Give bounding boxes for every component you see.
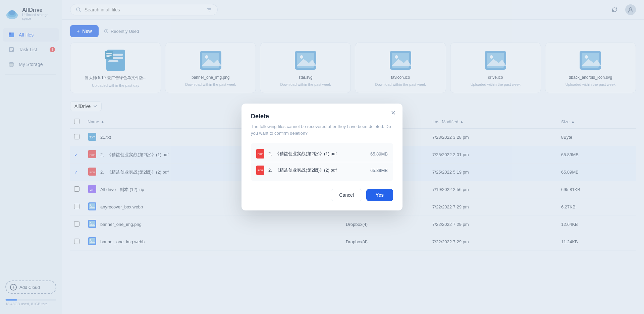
modal-file-list: PDF 2、《精益创业实战(第2版)》(1).pdf 65.89MB PDF 2…: [251, 143, 393, 181]
modal-description: The following files cannot be recovered …: [251, 123, 393, 136]
delete-modal: ✕ Delete The following files cannot be r…: [241, 104, 402, 210]
yes-button[interactable]: Yes: [366, 189, 393, 201]
modal-overlay: ✕ Delete The following files cannot be r…: [0, 0, 644, 314]
modal-title: Delete: [251, 113, 393, 120]
modal-file-item-1: PDF 2、《精益创业实战(第2版)》(2).pdf 65.89MB: [251, 162, 393, 178]
modal-file-size-1: 65.89MB: [370, 168, 388, 173]
cancel-button[interactable]: Cancel: [331, 189, 362, 201]
modal-close-button[interactable]: ✕: [389, 109, 397, 117]
modal-file-name-1: 2、《精益创业实战(第2版)》(2).pdf: [268, 167, 366, 173]
modal-actions: Cancel Yes: [251, 189, 393, 201]
pdf-icon-0: PDF: [256, 149, 264, 159]
modal-file-size-0: 65.89MB: [370, 151, 388, 156]
modal-file-name-0: 2、《精益创业实战(第2版)》(1).pdf: [268, 151, 366, 157]
modal-file-item-0: PDF 2、《精益创业实战(第2版)》(1).pdf 65.89MB: [251, 146, 393, 162]
pdf-icon-1: PDF: [256, 166, 264, 175]
